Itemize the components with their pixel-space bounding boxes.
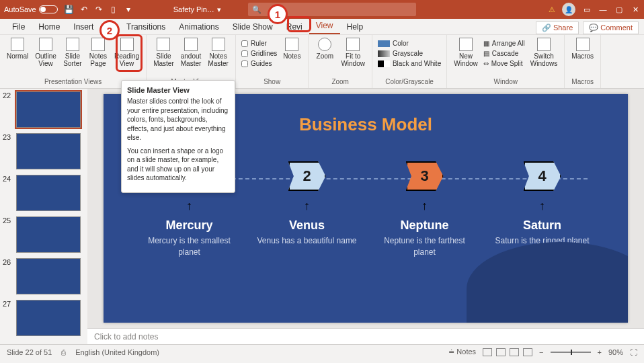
switch-windows-button[interactable]: Switch Windows: [528, 36, 561, 69]
thumbnail-22[interactable]: [16, 91, 81, 128]
ribbon-tabs: File Home Insert D Transitions Animation…: [0, 19, 644, 35]
guides-checkbox[interactable]: Guides: [240, 59, 278, 68]
slide-master-tooltip: Slide Master View Master slides control …: [121, 80, 235, 193]
minimize-icon[interactable]: —: [598, 5, 608, 14]
thumbnail-24[interactable]: [16, 175, 81, 211]
item-venus[interactable]: 2 ↑ Venus Venus has a beautiful name: [257, 161, 358, 258]
zoom-slider[interactable]: [551, 352, 591, 353]
ruler-checkbox[interactable]: Ruler: [240, 39, 278, 48]
tab-view[interactable]: View: [309, 18, 340, 34]
arrange-all-button[interactable]: ▦ Arrange All: [482, 39, 526, 48]
slide-master-button[interactable]: Slide Master: [151, 36, 177, 69]
document-name[interactable]: Safety Pin…▾: [173, 5, 221, 14]
color-button[interactable]: Color: [376, 39, 442, 48]
share-button[interactable]: 🔗 Share: [536, 22, 579, 34]
notes-button[interactable]: Notes: [280, 36, 304, 61]
reading-view-icon[interactable]: [510, 348, 519, 356]
group-window: New Window ▦ Arrange All ▤ Cascade ⇔ Mov…: [447, 35, 565, 88]
group-color-grayscale: Color Grayscale Black and White Color/Gr…: [372, 35, 447, 88]
reading-view-button[interactable]: Reading View: [112, 36, 142, 69]
tab-animations[interactable]: Animations: [172, 19, 225, 34]
notes-page-button[interactable]: Notes Page: [86, 36, 110, 69]
normal-view-icon[interactable]: [483, 348, 492, 356]
thumbnail-27[interactable]: [16, 300, 81, 336]
tab-home[interactable]: Home: [32, 19, 67, 34]
search-icon: 🔍: [252, 5, 261, 14]
thumbnail-26[interactable]: [16, 258, 81, 294]
start-from-beginning-icon[interactable]: ▯: [109, 5, 118, 14]
tab-help[interactable]: Help: [340, 19, 370, 34]
ribbon: Normal Outline View Slide Sorter Notes P…: [0, 35, 644, 89]
zoom-out-button[interactable]: −: [539, 348, 543, 356]
tab-transitions[interactable]: Transitions: [120, 19, 172, 34]
arrow-up-icon: ↑: [186, 199, 192, 213]
slide-sorter-button[interactable]: Slide Sorter: [61, 36, 85, 69]
notes-toggle[interactable]: ≐ Notes: [448, 348, 476, 356]
autosave-toggle[interactable]: AutoSave: [4, 5, 58, 13]
zoom-button[interactable]: Zoom: [313, 36, 337, 61]
workspace: 22 23 24 25 26 27 Business Model 1 ↑ Mer…: [0, 89, 644, 344]
arrow-up-icon: ↑: [539, 199, 545, 213]
qat-dropdown-icon[interactable]: ▾: [124, 5, 133, 14]
save-icon[interactable]: 💾: [65, 5, 74, 14]
thumbnail-23[interactable]: [16, 133, 81, 169]
tab-file[interactable]: File: [5, 19, 32, 34]
fit-to-window-button[interactable]: Fit to Window: [338, 36, 368, 69]
sorter-view-icon[interactable]: [496, 348, 506, 356]
arrow-up-icon: ↑: [304, 199, 310, 213]
macros-button[interactable]: Macros: [569, 36, 596, 61]
notes-master-button[interactable]: Notes Master: [205, 36, 231, 69]
arrow-up-icon: ↑: [421, 199, 428, 213]
title-bar: AutoSave 💾 ↶ ↷ ▯ ▾ Safety Pin…▾ 🔍 ⚠ 👤 ▭ …: [0, 0, 644, 19]
tab-insert[interactable]: Insert: [67, 19, 100, 34]
callout-2: 2: [99, 20, 120, 40]
outline-view-button[interactable]: Outline View: [32, 36, 59, 69]
status-bar: Slide 22 of 51 ⎙ English (United Kingdom…: [0, 344, 644, 359]
redo-icon[interactable]: ↷: [94, 5, 104, 14]
fit-to-window-icon[interactable]: ⛶: [630, 348, 637, 356]
undo-icon[interactable]: ↶: [79, 5, 89, 14]
item-neptune[interactable]: 3 ↑ Neptune Neptune is the farthest plan…: [374, 161, 475, 258]
cascade-button[interactable]: ▤ Cascade: [482, 49, 526, 58]
normal-button[interactable]: Normal: [4, 36, 31, 61]
accessibility-icon[interactable]: ⎙: [61, 348, 66, 356]
move-split-button[interactable]: ⇔ Move Split: [482, 59, 526, 68]
handout-master-button[interactable]: andout Master: [178, 36, 204, 69]
maximize-icon[interactable]: ▢: [614, 5, 624, 14]
thumbnail-25[interactable]: [16, 216, 81, 253]
close-icon[interactable]: ✕: [631, 5, 640, 14]
slideshow-view-icon[interactable]: [523, 348, 532, 356]
warning-icon[interactable]: ⚠: [549, 5, 555, 14]
thumbnail-panel[interactable]: 22 23 24 25 26 27: [0, 89, 87, 344]
group-show: Ruler Gridlines Guides Notes Show: [236, 35, 309, 88]
black-white-button[interactable]: Black and White: [376, 59, 442, 68]
gridlines-checkbox[interactable]: Gridlines: [240, 49, 278, 58]
comment-button[interactable]: 💬 Comment: [583, 22, 639, 34]
toggle-switch-icon: [39, 5, 58, 13]
group-zoom: Zoom Fit to Window Zoom: [309, 35, 372, 88]
account-avatar[interactable]: 👤: [562, 3, 575, 16]
group-macros: Macros Macros: [565, 35, 601, 88]
callout-1: 1: [268, 4, 288, 24]
zoom-in-button[interactable]: +: [598, 348, 602, 356]
zoom-level[interactable]: 90%: [608, 348, 623, 356]
language-button[interactable]: English (United Kingdom): [75, 348, 159, 356]
ribbon-display-icon[interactable]: ▭: [582, 5, 592, 14]
notes-input[interactable]: Click to add notes: [87, 328, 644, 344]
new-window-button[interactable]: New Window: [451, 36, 481, 69]
grayscale-button[interactable]: Grayscale: [376, 49, 442, 58]
slide-counter[interactable]: Slide 22 of 51: [7, 348, 52, 356]
